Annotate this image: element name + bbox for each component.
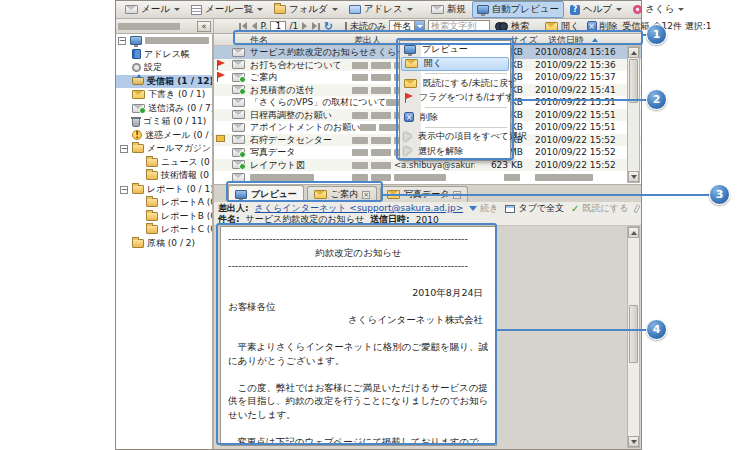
message-list-scrollbar[interactable] <box>627 46 640 183</box>
monitor-icon <box>404 45 416 54</box>
open-label: 開く <box>561 20 579 33</box>
new-mail-button[interactable]: 新規 <box>426 1 471 18</box>
close-icon[interactable] <box>362 191 370 199</box>
sidebar-item[interactable]: レポートB (0 / 1) <box>116 210 212 224</box>
delete-label: 削除 <box>600 20 618 33</box>
sakura-menu-button[interactable]: さくら <box>628 1 689 18</box>
context-menu-item[interactable]: 削除 <box>401 110 509 125</box>
mail-status-area <box>232 60 245 71</box>
context-menu-item[interactable]: 選択を解除 <box>401 144 509 159</box>
action-check[interactable]: 既読にする <box>571 202 628 215</box>
unread-only-checkbox[interactable] <box>345 22 347 30</box>
message-date: 2010/09/22 15:36 <box>531 59 613 72</box>
date-label: 送信日時: <box>370 213 410 226</box>
message-subject: アポイントメントのお願い <box>250 121 360 134</box>
redacted-text <box>352 74 368 81</box>
context-menu-item[interactable]: フラグをつける/はずす <box>401 91 509 106</box>
scroll-up-button[interactable] <box>628 227 639 238</box>
message-row[interactable] <box>214 171 641 184</box>
prev-arrow-icon <box>252 22 257 30</box>
sidebar-item[interactable]: 下書き (0 / 1) <box>116 88 212 102</box>
scroll-down-button[interactable] <box>628 436 639 447</box>
sidebar-item[interactable]: レポート (0 / 1) <box>116 183 212 197</box>
sidebar-item[interactable]: ニュース (0 / 0) <box>116 156 212 170</box>
search-input[interactable] <box>428 20 490 32</box>
scroll-up-button[interactable] <box>628 47 639 58</box>
message-body: ----------------------------------------… <box>220 226 497 446</box>
mail-icon <box>232 48 245 57</box>
folder-menu-button[interactable]: フォルダ <box>269 1 343 18</box>
help-menu-button[interactable]: ヘルプ <box>565 1 627 18</box>
address-menu-button[interactable]: アドレス <box>344 1 418 18</box>
sidebar-account-root[interactable] <box>116 34 212 48</box>
subject-value: サービス約款改定のお知らせ <box>246 213 364 226</box>
sidebar-item[interactable]: 受信箱 (1 / 12) <box>116 75 212 89</box>
collapse-toggle-icon[interactable] <box>118 37 126 45</box>
scrollbar-thumb[interactable] <box>629 59 638 103</box>
sidebar-item[interactable]: 送信済み (0 / 7) <box>116 102 212 116</box>
sidebar-item[interactable]: 設定 <box>116 61 212 75</box>
refresh-button[interactable] <box>324 21 333 32</box>
redacted-text <box>352 137 368 144</box>
first-page-button[interactable] <box>238 22 248 30</box>
sidebar-item[interactable]: 原稿 (0 / 2) <box>116 237 212 251</box>
collapse-toggle-icon[interactable] <box>120 186 128 194</box>
mail-menu-button[interactable]: メール <box>120 1 185 18</box>
search-field-value: 件名 <box>393 20 411 33</box>
page-total-label: /1 <box>289 21 298 31</box>
delete-button[interactable]: 削除 <box>585 20 620 33</box>
sidebar-item[interactable]: メールマガジン (0 / 2) <box>116 142 212 156</box>
scroll-down-button[interactable] <box>628 171 639 182</box>
toolbar-right-group: ヘルプ さくら <box>565 1 689 18</box>
sidebar-item[interactable]: アドレス帳 <box>116 48 212 62</box>
sidebar-item-label: ゴミ箱 (0 / 11) <box>143 115 206 128</box>
last-page-button[interactable] <box>311 22 321 30</box>
context-menu-item[interactable]: 開く <box>401 57 509 72</box>
open-button[interactable]: 開く <box>543 20 581 33</box>
column-date[interactable]: 送信日時 <box>548 34 584 46</box>
action-paperclip[interactable]: 添付:なし <box>635 202 641 215</box>
tab-message[interactable]: ご案内 <box>307 186 377 202</box>
message-date: 2010/09/22 15:51 <box>531 109 613 122</box>
collapse-toggle-icon[interactable] <box>120 145 128 153</box>
column-size[interactable]: サイズ <box>510 34 538 46</box>
column-subject[interactable]: 件名 <box>250 34 268 46</box>
chevron-down-icon <box>332 8 338 11</box>
mail-icon <box>232 148 245 157</box>
mail-list-menu-button[interactable]: メール一覧 <box>186 1 268 18</box>
annotation-line-2 <box>513 99 647 101</box>
collapse-sidebar-button[interactable] <box>197 21 211 32</box>
message-date: 2010/08/24 15:16 <box>531 46 613 59</box>
redacted-text <box>250 174 314 181</box>
sidebar-item[interactable]: 迷惑メール (0 / 0) <box>116 129 212 143</box>
message-subject: 写真データ <box>250 146 352 159</box>
preview-scrollbar[interactable] <box>627 226 640 448</box>
prev-page-button[interactable] <box>251 22 258 30</box>
down-arrow-icon <box>469 206 477 211</box>
sidebar-item[interactable]: レポートC (0 / 2) <box>116 223 212 237</box>
auto-preview-toggle[interactable]: 自動プレビュー <box>472 1 564 18</box>
action-tab-window[interactable]: タブで全文 <box>505 202 564 215</box>
redacted-text <box>371 137 391 144</box>
mail-status-area <box>232 98 245 109</box>
folder-icon <box>146 225 158 234</box>
sidebar-item[interactable]: 技術情報 (0 / 0) <box>116 169 212 183</box>
chevron-down-icon <box>257 8 263 11</box>
search-icon <box>495 22 508 30</box>
context-menu-item[interactable]: 既読にする/未読に戻す <box>401 76 509 91</box>
help-icon <box>570 5 580 15</box>
action-down-arrow[interactable]: 続き <box>469 202 498 215</box>
context-menu-item[interactable]: 表示中の項目をすべて選択 <box>401 130 509 145</box>
sidebar-item[interactable]: ゴミ箱 (0 / 11) <box>116 115 212 129</box>
sidebar-item[interactable]: レポートA (0 / 1) <box>116 196 212 210</box>
redacted-text <box>352 62 368 69</box>
search-button[interactable]: 検索 <box>493 20 531 33</box>
page-input[interactable] <box>270 21 286 32</box>
scrollbar-thumb[interactable] <box>629 305 638 363</box>
next-page-button[interactable] <box>301 22 308 30</box>
context-menu-item[interactable]: プレビュー <box>401 42 509 57</box>
search-field-select[interactable]: 件名 <box>389 20 425 32</box>
action-label: 既読にする <box>582 202 628 215</box>
tab-preview[interactable]: プレビュー <box>228 185 304 202</box>
column-sender[interactable]: 差出人 <box>354 34 381 46</box>
